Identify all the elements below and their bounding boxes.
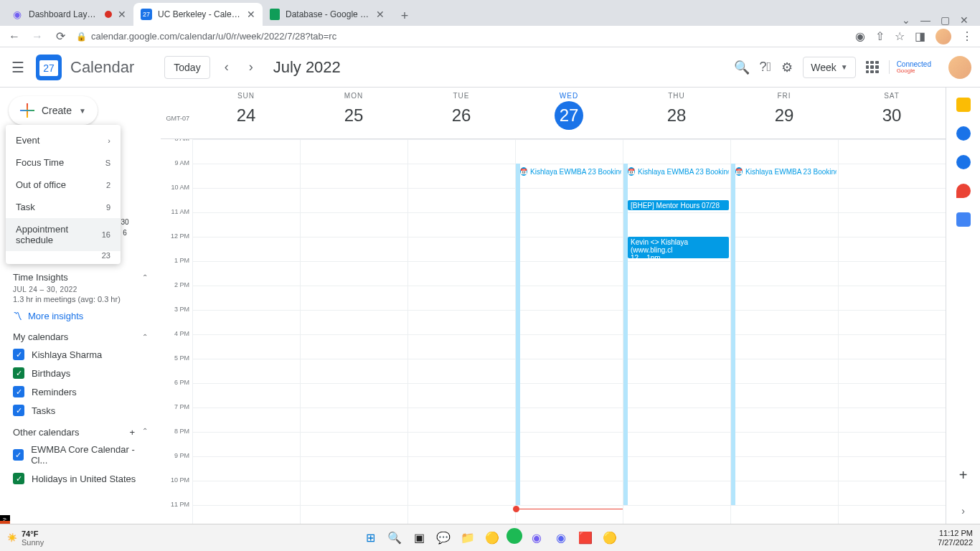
hour-label: 2 PM xyxy=(174,281,189,288)
back-icon[interactable]: ← xyxy=(7,30,22,43)
tab-title: Dashboard Layout xyxy=(29,9,99,19)
star-icon[interactable]: ☆ xyxy=(895,29,905,43)
contacts-icon[interactable] xyxy=(956,155,971,169)
browser-tab[interactable]: ◉ Dashboard Layout ✕ xyxy=(4,3,133,26)
weather-widget[interactable]: ☀️ 74°F Sunny xyxy=(7,529,44,547)
calendar-toggle[interactable]: ✓Tasks xyxy=(6,401,155,420)
calendar-toggle[interactable]: ✓Holidays in United States xyxy=(6,469,155,488)
reload-icon[interactable]: ⟳ xyxy=(53,29,67,43)
create-button[interactable]: Create ▼ xyxy=(9,96,98,125)
day-header[interactable]: TUE26 xyxy=(407,88,515,138)
close-icon[interactable]: ✕ xyxy=(118,9,126,20)
day-column-sun[interactable] xyxy=(192,139,300,524)
calendar-toggle[interactable]: ✓Birthdays xyxy=(6,364,155,382)
discord-icon[interactable]: ◉ xyxy=(551,528,571,548)
timezone-label: GMT-07 xyxy=(161,115,192,122)
menu-item-out-of-office[interactable]: Out of office 2 xyxy=(6,174,121,196)
chevron-up-icon: ⌃ xyxy=(142,427,148,438)
help-icon[interactable]: ?⃝ xyxy=(760,60,772,75)
gear-icon[interactable]: ⚙ xyxy=(781,60,793,75)
viber-icon[interactable]: ◉ xyxy=(527,528,547,548)
minimize-icon[interactable]: — xyxy=(920,14,930,26)
share-icon[interactable]: ⇧ xyxy=(875,29,885,43)
close-icon[interactable]: ✕ xyxy=(960,14,969,26)
day-header[interactable]: SUN24 xyxy=(192,88,300,138)
system-tray[interactable]: 11:12 PM 7/27/2022 xyxy=(938,529,973,546)
close-icon[interactable]: ✕ xyxy=(376,9,385,20)
calendar-toggle[interactable]: ✓EWMBA Core Calendar - Cl... xyxy=(6,441,155,469)
menu-label: Task xyxy=(16,202,35,212)
explorer-icon[interactable]: 📁 xyxy=(458,528,478,548)
url-field[interactable]: 🔒 calendar.google.com/calendar/u/0/r/wee… xyxy=(76,31,847,42)
lock-icon: 🔒 xyxy=(76,32,87,42)
kebab-icon[interactable]: ⋮ xyxy=(961,29,973,43)
day-column-sat[interactable] xyxy=(838,139,946,524)
day-header[interactable]: FRI29 xyxy=(730,88,838,138)
maps-icon[interactable] xyxy=(956,184,971,198)
day-header[interactable]: THU28 xyxy=(623,88,730,138)
maximize-icon[interactable]: ▢ xyxy=(941,14,950,26)
next-week-icon[interactable]: › xyxy=(243,57,259,77)
day-header[interactable]: MON25 xyxy=(300,88,407,138)
day-header[interactable]: SAT30 xyxy=(838,88,946,138)
eye-icon[interactable]: ◉ xyxy=(855,29,865,43)
more-insights-link[interactable]: 〽 More insights xyxy=(6,308,155,324)
chat-icon[interactable]: 💬 xyxy=(433,528,453,548)
event-bhep[interactable]: [BHEP] Mentor Hours 07/28 (10:30 xyxy=(628,200,729,210)
prev-week-icon[interactable]: ‹ xyxy=(219,57,235,77)
browser-tab[interactable]: 27 UC Berkeley - Calendar - Week o ✕ xyxy=(133,3,263,26)
chrome-icon[interactable]: 🟡 xyxy=(482,528,502,548)
start-icon[interactable]: ⊞ xyxy=(360,528,380,548)
tab-title: UC Berkeley - Calendar - Week o xyxy=(158,9,241,19)
account-avatar[interactable] xyxy=(948,56,971,79)
day-header-today[interactable]: WED27 xyxy=(515,88,623,138)
browser-tab[interactable]: Database - Google Sheets ✕ xyxy=(263,3,392,26)
day-column-thu[interactable]: 📅Kishlaya EWMBA 23 Booking Pag [BHEP] Me… xyxy=(623,139,730,524)
chevron-down-icon[interactable]: ⌄ xyxy=(902,14,910,26)
close-icon[interactable]: ✕ xyxy=(247,9,255,20)
add-panel-icon[interactable]: + xyxy=(959,467,968,484)
weather-label: Sunny xyxy=(22,538,44,547)
view-selector[interactable]: Week ▼ xyxy=(803,57,855,78)
collapse-panel-icon[interactable]: › xyxy=(961,498,965,524)
taskview-icon[interactable]: ▣ xyxy=(409,528,429,548)
menu-item-appointment-schedule[interactable]: Appointment schedule 16 xyxy=(6,218,121,251)
other-calendars-header[interactable]: Other calendars + ⌃ xyxy=(6,420,155,441)
chrome-icon[interactable]: 🟡 xyxy=(600,528,620,548)
profile-avatar[interactable] xyxy=(936,29,951,44)
menu-icon[interactable]: ☰ xyxy=(9,56,27,79)
recording-icon xyxy=(105,11,112,18)
viber-icon: ◉ xyxy=(11,9,23,20)
time-insights-header[interactable]: Time Insights ⌃ xyxy=(6,265,155,286)
my-calendars-header[interactable]: My calendars ⌃ xyxy=(6,324,155,345)
booking-chip[interactable]: 📅Kishlaya EWMBA 23 Booking Pag xyxy=(732,165,837,178)
add-calendar-icon[interactable]: + xyxy=(129,427,135,438)
booking-chip[interactable]: 📅Kishlaya EWMBA 23 Booking Pag xyxy=(625,165,729,178)
new-tab-button[interactable]: + xyxy=(395,6,415,26)
menu-item-event[interactable]: Event › xyxy=(6,129,121,151)
day-column-tue[interactable] xyxy=(407,139,515,524)
today-button[interactable]: Today xyxy=(164,56,209,79)
calendar-toggle[interactable]: ✓Reminders xyxy=(6,382,155,401)
day-column-wed[interactable]: 📅Kishlaya EWMBA 23 Booking Pag xyxy=(515,139,623,524)
keep-icon[interactable] xyxy=(956,98,971,112)
booking-chip[interactable]: 📅Kishlaya EWMBA 23 Booking Pag xyxy=(517,165,621,178)
menu-label: Appointment schedule xyxy=(16,224,102,245)
day-column-fri[interactable]: 📅Kishlaya EWMBA 23 Booking Pag xyxy=(730,139,838,524)
sidebar: Create ▼ Event › Focus Time S Out of off… xyxy=(0,88,161,524)
menu-item-focus-time[interactable]: Focus Time S xyxy=(6,151,121,174)
search-icon[interactable]: 🔍 xyxy=(385,528,405,548)
calendar-toggle[interactable]: ✓Kishlaya Sharma xyxy=(6,345,155,364)
event-kevin[interactable]: Kevin <> Kishlaya (www.bling.cl 12 – 1pm xyxy=(628,237,729,258)
zoom-icon[interactable] xyxy=(956,212,971,227)
search-icon[interactable]: 🔍 xyxy=(734,60,750,75)
google-apps-icon[interactable] xyxy=(866,61,879,74)
spotify-icon[interactable] xyxy=(507,528,522,544)
insights-summary: 1.3 hr in meetings (avg: 0.3 hr) xyxy=(6,293,155,308)
forward-icon[interactable]: → xyxy=(30,30,44,43)
menu-item-task[interactable]: Task 9 xyxy=(6,196,121,218)
app-icon[interactable]: 🟥 xyxy=(575,528,595,548)
panel-icon[interactable]: ◨ xyxy=(915,29,925,43)
day-column-mon[interactable] xyxy=(300,139,407,524)
tasks-icon[interactable] xyxy=(956,126,971,141)
